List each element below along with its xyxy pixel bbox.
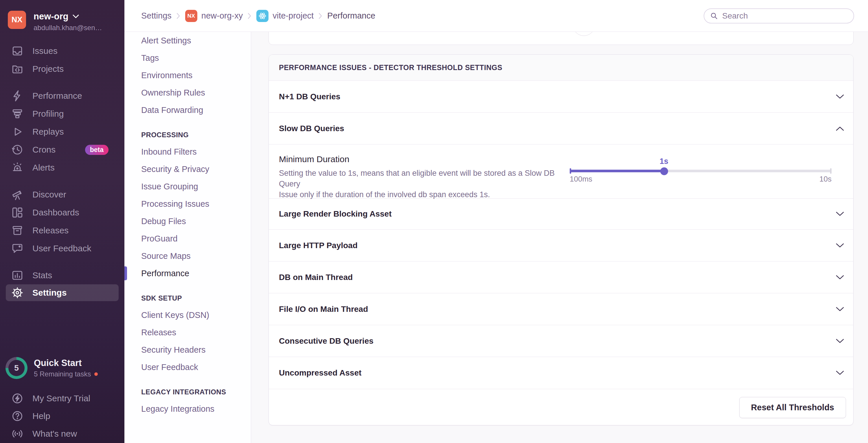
- sidebar-item-label: Dashboards: [32, 208, 79, 217]
- chevron-down-icon[interactable]: [835, 338, 844, 344]
- settings-nav-environments[interactable]: Environments: [124, 67, 251, 84]
- settings-nav-issue-grouping[interactable]: Issue Grouping: [124, 178, 251, 195]
- sidebar-item-alerts[interactable]: Alerts: [0, 159, 124, 177]
- quick-start-widget[interactable]: 5 Quick Start 5 Remaining tasks: [5, 357, 98, 379]
- chevron-right-icon: [177, 13, 180, 19]
- quick-start-subtitle: 5 Remaining tasks: [34, 370, 91, 378]
- settings-nav-client-keys[interactable]: Client Keys (DSN): [124, 306, 251, 324]
- notification-dot: [94, 372, 98, 376]
- field-label: Minimum Duration: [279, 154, 568, 164]
- reset-all-thresholds-button[interactable]: Reset All Thresholds: [739, 397, 846, 418]
- accordion-row-db-main-thread[interactable]: DB on Main Thread: [269, 262, 853, 293]
- sidebar-item-performance[interactable]: Performance: [0, 87, 124, 105]
- accordion-row-label: Slow DB Queries: [279, 124, 344, 133]
- breadcrumb-page: Performance: [327, 11, 375, 21]
- accordion-row-label: File I/O on Main Thread: [279, 304, 368, 314]
- settings-nav-alert-settings[interactable]: Alert Settings: [124, 32, 251, 49]
- settings-nav-legacy-integrations[interactable]: Legacy Integrations: [124, 400, 251, 417]
- accordion-row-large-http[interactable]: Large HTTP Payload: [269, 230, 853, 262]
- settings-nav-processing-issues[interactable]: Processing Issues: [124, 195, 251, 212]
- breadcrumb-settings[interactable]: Settings: [141, 11, 172, 21]
- sidebar-nav: Issues Projects Performance Profiling: [0, 42, 124, 301]
- search-box[interactable]: [704, 8, 854, 24]
- field-description: Setting the value to 1s, means that an e…: [279, 168, 568, 200]
- sidebar-item-label: User Feedback: [32, 243, 91, 253]
- sidebar-item-issues[interactable]: Issues: [0, 42, 124, 60]
- chevron-down-icon[interactable]: [835, 94, 844, 99]
- description-line: Issue only if the duration of the involv…: [279, 189, 568, 200]
- settings-nav-debug-files[interactable]: Debug Files: [124, 212, 251, 230]
- settings-nav-source-maps[interactable]: Source Maps: [124, 247, 251, 265]
- code-folder-icon: [11, 63, 24, 75]
- settings-nav-proguard[interactable]: ProGuard: [124, 230, 251, 247]
- search-input[interactable]: [722, 11, 848, 21]
- sidebar-footer-nav: My Sentry Trial Help What's new: [0, 389, 124, 442]
- breadcrumb-org[interactable]: NX new-org-xy: [185, 10, 243, 22]
- chevron-down-icon[interactable]: [835, 243, 844, 248]
- quick-start-count: 5: [5, 357, 28, 379]
- detector-threshold-panel: PERFORMANCE ISSUES - DETECTOR THRESHOLD …: [269, 54, 854, 425]
- sidebar-item-profiling[interactable]: Profiling: [0, 105, 124, 123]
- accordion-row-file-io[interactable]: File I/O on Main Thread: [269, 293, 853, 325]
- lightning-icon: [11, 89, 24, 102]
- sidebar-item-replays[interactable]: Replays: [0, 123, 124, 141]
- sidebar-item-discover[interactable]: Discover: [0, 186, 124, 204]
- accordion-row-slow-db[interactable]: Slow DB Queries: [269, 113, 853, 145]
- archive-icon: [11, 224, 24, 237]
- settings-nav-performance[interactable]: Performance: [124, 265, 251, 282]
- sidebar-item-stats[interactable]: Stats: [0, 266, 124, 284]
- chevron-down-icon: [73, 14, 79, 19]
- settings-nav-inbound-filters[interactable]: Inbound Filters: [124, 143, 251, 160]
- sidebar-item-whats-new[interactable]: What's new: [0, 425, 124, 442]
- accordion-row-label: Uncompressed Asset: [279, 368, 361, 378]
- quick-start-text: Quick Start 5 Remaining tasks: [34, 358, 98, 378]
- duration-slider: 1s 100ms 10s: [570, 154, 832, 198]
- settings-nav-heading-legacy: LEGACY INTEGRATIONS: [124, 386, 251, 398]
- settings-nav-releases[interactable]: Releases: [124, 324, 251, 341]
- chevron-up-icon[interactable]: [835, 126, 844, 131]
- slider-handle[interactable]: [660, 167, 668, 175]
- accordion-row-consecutive-db[interactable]: Consecutive DB Queries: [269, 325, 853, 357]
- org-switcher[interactable]: NX new-org abdullah.khan@sen…: [0, 0, 124, 32]
- sidebar-item-label: Help: [32, 411, 50, 421]
- description-line: Setting the value to 1s, means that an e…: [279, 168, 568, 189]
- sidebar-item-projects[interactable]: Projects: [0, 60, 124, 78]
- chevron-down-icon[interactable]: [835, 274, 844, 280]
- chevron-down-icon[interactable]: [835, 211, 844, 217]
- settings-nav-security-privacy[interactable]: Security & Privacy: [124, 160, 251, 178]
- settings-nav-security-headers[interactable]: Security Headers: [124, 341, 251, 358]
- sidebar-item-label: Issues: [32, 46, 58, 56]
- org-meta: new-org abdullah.khan@sen…: [34, 11, 102, 32]
- react-project-icon: [256, 10, 269, 22]
- accordion-row-label: N+1 DB Queries: [279, 92, 340, 101]
- sidebar-item-help[interactable]: Help: [0, 407, 124, 425]
- siren-icon: [11, 161, 24, 174]
- org-avatar-small: NX: [185, 10, 197, 22]
- sidebar-item-user-feedback[interactable]: User Feedback: [0, 239, 124, 257]
- org-name: new-org: [34, 11, 69, 22]
- panel-title: PERFORMANCE ISSUES - DETECTOR THRESHOLD …: [269, 55, 853, 81]
- sidebar-item-label: Performance: [32, 91, 82, 101]
- beta-badge: beta: [85, 145, 108, 155]
- slider-min-label: 100ms: [570, 175, 592, 183]
- accordion-row-uncompressed[interactable]: Uncompressed Asset: [269, 357, 853, 389]
- sidebar-item-label: Discover: [32, 190, 66, 200]
- sidebar-item-releases[interactable]: Releases: [0, 222, 124, 239]
- sidebar-item-dashboards[interactable]: Dashboards: [0, 204, 124, 222]
- chevron-down-icon[interactable]: [835, 306, 844, 312]
- sidebar-item-crons[interactable]: Crons beta: [0, 141, 124, 159]
- accordion-row-n-plus-one[interactable]: N+1 DB Queries: [269, 81, 853, 113]
- settings-nav-data-forwarding[interactable]: Data Forwarding: [124, 101, 251, 119]
- settings-nav-tags[interactable]: Tags: [124, 49, 251, 67]
- accordion-row-label: Large Render Blocking Asset: [279, 209, 392, 218]
- breadcrumb-project[interactable]: vite-project: [256, 10, 314, 22]
- sidebar-item-my-sentry-trial[interactable]: My Sentry Trial: [0, 389, 124, 407]
- slider-track[interactable]: 1s 100ms 10s: [570, 170, 832, 172]
- settings-nav-user-feedback[interactable]: User Feedback: [124, 358, 251, 376]
- accordion-row-large-render[interactable]: Large Render Blocking Asset: [269, 199, 853, 230]
- chevron-down-icon[interactable]: [835, 370, 844, 376]
- chevron-right-icon: [318, 13, 322, 19]
- settings-nav-ownership-rules[interactable]: Ownership Rules: [124, 84, 251, 101]
- gear-icon: [11, 286, 24, 299]
- sidebar-item-settings[interactable]: Settings: [6, 284, 119, 301]
